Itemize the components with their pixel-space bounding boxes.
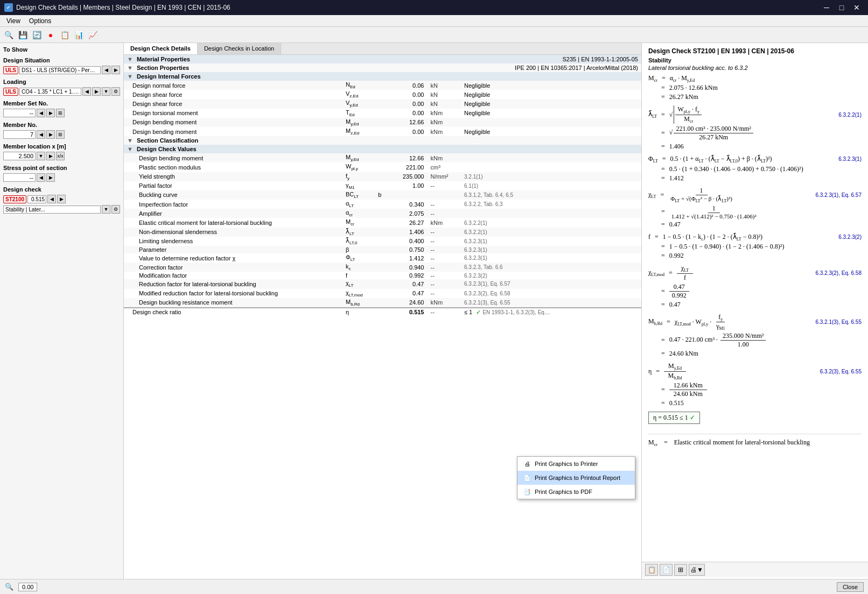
phi-sym: ΦLT xyxy=(648,155,658,164)
right-panel-scroll[interactable]: Design Check ST2100 | EN 1993 | CEN | 20… xyxy=(642,43,868,562)
design-situation-prev[interactable]: ◀ xyxy=(102,66,110,74)
dcv-13-unit: -- xyxy=(427,263,461,272)
dcr-sym: η xyxy=(342,308,375,316)
print-to-report-option[interactable]: 📄 Print Graphics to Printout Report xyxy=(517,471,635,485)
member-set-prev[interactable]: ◀ xyxy=(37,109,45,117)
member-no-select[interactable]: ⊞ xyxy=(56,130,65,139)
tab-design-check-details[interactable]: Design Check Details xyxy=(124,43,198,54)
stress-point-row: -- ◀ ▶ xyxy=(3,173,120,182)
lambda-eq: = xyxy=(661,111,665,119)
loading-label: Loading xyxy=(3,79,120,85)
dif-row-4-unit: kNm xyxy=(427,109,461,118)
maximize-button[interactable]: □ xyxy=(835,2,849,13)
menu-view[interactable]: View xyxy=(2,16,25,26)
tab-design-checks-location[interactable]: Design Checks in Location xyxy=(198,43,281,54)
toolbar-refresh[interactable]: 🔄 xyxy=(30,29,43,41)
menu-options[interactable]: Options xyxy=(25,16,55,26)
lambda-sym: λ̄LT xyxy=(648,110,657,119)
dif-label: Design Internal Forces xyxy=(137,73,201,80)
toolbar-save[interactable]: 💾 xyxy=(16,29,29,41)
search-icon[interactable]: 🔍 xyxy=(4,582,14,592)
dcv-12-ref: 6.3.2.3(1) xyxy=(461,253,641,263)
design-situation-text[interactable]: DS1 - ULS (STR/GEO) - Permanent ... xyxy=(19,66,101,74)
table-row: Amplifier αcr 2.075 -- xyxy=(124,209,641,218)
main-content: To Show Design Situation ULS DS1 - ULS (… xyxy=(0,43,868,579)
ltb-subtitle: Lateral torsional buckling acc. to 6.3.2 xyxy=(648,65,862,71)
dif-row-6-val: 0.00 xyxy=(389,127,428,136)
member-loc-value[interactable]: 2.500 xyxy=(3,152,36,160)
dc-prev[interactable]: ◀ xyxy=(47,195,56,203)
ref-lambda: 6.3.2.2(1) xyxy=(838,112,862,118)
f-eq2: = xyxy=(661,243,665,251)
loading-options[interactable]: ⚙ xyxy=(111,87,120,96)
toolbar-chart[interactable]: 📊 xyxy=(72,29,85,41)
table-row: Design bending moment My,Ed 12.66 kNm xyxy=(124,118,641,127)
mbrd-sym: Mb,Rd xyxy=(648,317,662,326)
eta-val1: 12.66 kNm 24.60 kNm xyxy=(669,381,707,398)
dcv-8-name: Elastic critical moment for lateral-tors… xyxy=(124,218,342,227)
member-no-prev[interactable]: ◀ xyxy=(37,130,45,139)
minimize-button[interactable]: ─ xyxy=(820,2,834,13)
ref-phi: 6.3.2.3(1) xyxy=(838,156,862,162)
dcv-17-sym: Mb,Rd xyxy=(342,298,375,308)
window-controls: ─ □ ✕ xyxy=(820,2,864,13)
dcv-arrow: ▼ xyxy=(127,146,133,152)
member-loc-prev[interactable]: ▼ xyxy=(37,152,45,160)
print-to-printer-label: Print Graphics to Printer xyxy=(535,461,598,467)
chimod-eq: = xyxy=(669,269,673,277)
rp-btn-table[interactable]: ⊞ xyxy=(674,564,687,576)
dcr-unit: -- xyxy=(427,308,461,316)
table-row: Elastic critical moment for lateral-tors… xyxy=(124,218,641,227)
toolbar-red[interactable]: ● xyxy=(44,29,57,41)
dcv-10-unit: -- xyxy=(427,237,461,246)
loading-dropdown[interactable]: ▼ xyxy=(102,87,110,96)
print-dropdown-menu: 🖨 Print Graphics to Printer 📄 Print Grap… xyxy=(517,456,635,499)
close-window-button[interactable]: ✕ xyxy=(850,2,864,13)
lambda-line3: = 1.406 xyxy=(648,143,862,151)
member-set-select[interactable]: ⊞ xyxy=(56,109,65,117)
dcv-15-unit: -- xyxy=(427,279,461,288)
table-row: Parameter β 0.750 -- 6.3.2.3(1) xyxy=(124,246,641,253)
dc-dropdown[interactable]: ▼ xyxy=(102,205,110,214)
print-to-printer-option[interactable]: 🖨 Print Graphics to Printer xyxy=(517,457,635,471)
rp-btn-report[interactable]: 📄 xyxy=(660,564,673,576)
design-check-type[interactable]: Stability | Later... xyxy=(3,206,101,214)
dcv-3-sym: fy xyxy=(342,172,375,181)
section-section-row: ▼ Section Properties IPE 200 | EN 10365:… xyxy=(124,63,641,72)
member-no-label: Member No. xyxy=(3,122,120,128)
toolbar-search[interactable]: 🔍 xyxy=(2,29,15,41)
member-no-value[interactable]: 7 xyxy=(3,130,36,139)
member-no-next[interactable]: ▶ xyxy=(46,130,55,139)
loading-prev[interactable]: ◀ xyxy=(82,87,91,96)
chimod-formula: χLT f xyxy=(677,264,693,281)
dif-row-4-sym: TEd xyxy=(342,109,375,118)
member-loc-rel[interactable]: x/x xyxy=(56,152,65,160)
loading-text[interactable]: CO4 - 1.35 * LC1 + 1.50 * LC2 + ... xyxy=(19,88,81,96)
ref-f: 6.3.2.3(2) xyxy=(838,234,862,240)
loading-tag: ULS xyxy=(3,88,18,96)
member-loc-label: Member location x [m] xyxy=(3,143,120,150)
toolbar-graph[interactable]: 📈 xyxy=(86,29,99,41)
loading-next[interactable]: ▶ xyxy=(92,87,101,96)
dcv-12-unit: -- xyxy=(427,253,461,263)
rp-btn-print-dropdown[interactable]: 🖨▼ xyxy=(689,564,705,576)
design-situation-next[interactable]: ▶ xyxy=(111,66,120,74)
stress-prev[interactable]: ◀ xyxy=(37,173,45,182)
dcv-7-ref xyxy=(461,209,641,218)
f-eq: = xyxy=(655,233,659,241)
dcv-7-val: 2.075 xyxy=(389,209,428,218)
mbrd-val2: 24.60 kNm xyxy=(669,350,698,358)
table-row: Plastic section modulus Wpl,y 221.00 cm³ xyxy=(124,162,641,172)
member-set-next[interactable]: ▶ xyxy=(46,109,55,117)
dc-next[interactable]: ▶ xyxy=(57,195,66,203)
dc-options[interactable]: ⚙ xyxy=(111,205,120,214)
member-loc-next[interactable]: ▶ xyxy=(46,152,55,160)
close-button[interactable]: Close xyxy=(837,582,864,592)
dcv-12-name: Value to determine reduction factor χ xyxy=(124,253,342,263)
print-to-pdf-option[interactable]: 📑 Print Graphics to PDF xyxy=(517,485,635,499)
rp-btn-copy[interactable]: 📋 xyxy=(645,564,658,576)
stress-next[interactable]: ▶ xyxy=(46,173,55,182)
toolbar-export[interactable]: 📋 xyxy=(58,29,71,41)
eta-sym: η xyxy=(648,367,652,376)
eta-line1: η = My,Ed Mb,Rd 6.3.2(3), Eq. 6.55 xyxy=(648,362,862,380)
